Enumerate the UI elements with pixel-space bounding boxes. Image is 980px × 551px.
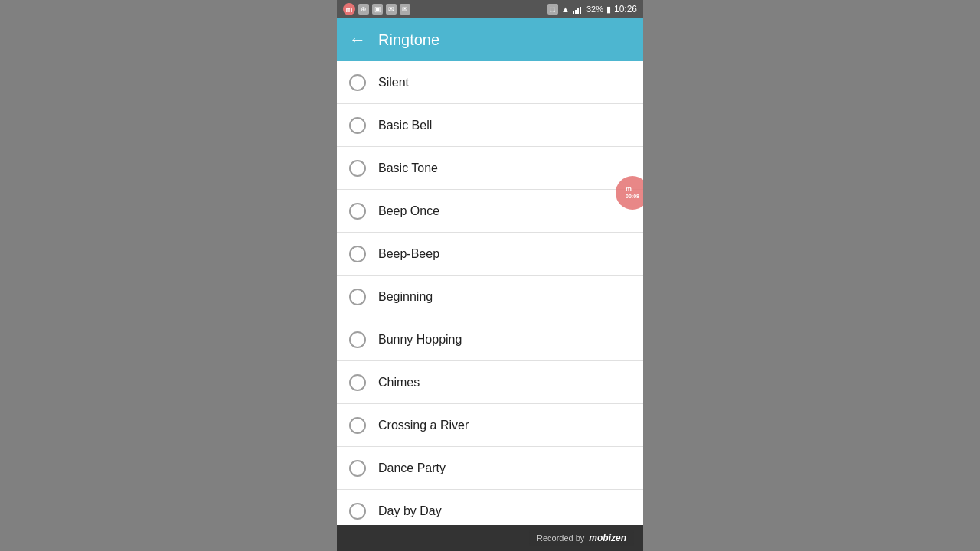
recorded-badge: Recorded by mobizen	[529, 530, 634, 546]
ringtone-label-beep-once: Beep Once	[378, 204, 439, 218]
ringtone-label-beep-beep: Beep-Beep	[378, 247, 439, 261]
list-item[interactable]: Basic Bell	[337, 104, 643, 147]
battery-text: 32%	[586, 5, 603, 14]
list-item[interactable]: Chimes	[337, 361, 643, 404]
ringtone-label-day-by-day: Day by Day	[378, 504, 442, 518]
cast-icon: ⬚	[547, 4, 558, 15]
list-item[interactable]: Bunny Hopping	[337, 318, 643, 361]
mobizen-brand-label: mobizen	[589, 533, 626, 543]
ringtone-label-basic-bell: Basic Bell	[378, 119, 432, 132]
radio-dance-party[interactable]	[349, 460, 366, 477]
radio-chimes[interactable]	[349, 374, 366, 391]
radio-beep-beep[interactable]	[349, 246, 366, 262]
list-item[interactable]: Dance Party	[337, 447, 643, 490]
ringtone-label-silent: Silent	[378, 76, 409, 90]
radio-silent[interactable]	[349, 74, 366, 91]
radio-bunny-hopping[interactable]	[349, 331, 366, 348]
back-button[interactable]: ←	[349, 30, 366, 50]
signal-bars	[573, 5, 583, 14]
list-item[interactable]: Day by Day	[337, 490, 643, 525]
radio-crossing-a-river[interactable]	[349, 417, 366, 434]
radio-day-by-day[interactable]	[349, 503, 366, 520]
battery-icon: ▮	[606, 5, 611, 15]
clock: 10:26	[614, 4, 637, 15]
ringtone-label-beginning: Beginning	[378, 290, 433, 304]
list-item[interactable]: Basic Tone	[337, 147, 643, 190]
page-title: Ringtone	[378, 31, 439, 49]
notification-icon-1: ⊕	[358, 4, 369, 15]
notification-icon-3: ✉	[386, 4, 397, 15]
status-bar: m ⊕ ▣ ✉ ✉ ⬚ ▲ 32% ▮ 10:26	[337, 0, 643, 18]
mobizen-overlay-button[interactable]: m00:08	[616, 176, 643, 210]
list-item[interactable]: Crossing a River	[337, 404, 643, 447]
status-bar-right-icons: ⬚ ▲ 32% ▮ 10:26	[547, 4, 637, 15]
ringtone-label-basic-tone: Basic Tone	[378, 161, 438, 175]
list-item[interactable]: Silent	[337, 61, 643, 104]
recorded-by-label: Recorded by	[537, 533, 584, 543]
wifi-icon: ▲	[561, 5, 570, 14]
radio-beginning[interactable]	[349, 289, 366, 305]
phone-screen: m ⊕ ▣ ✉ ✉ ⬚ ▲ 32% ▮ 10:26 ← Ringtone	[337, 0, 643, 551]
ringtone-list: m00:08 Silent Basic Bell Basic Tone Beep…	[337, 61, 643, 525]
ringtone-label-chimes: Chimes	[378, 376, 420, 390]
list-item[interactable]: Beep-Beep	[337, 233, 643, 276]
mobizen-status-icon: m	[343, 3, 355, 15]
list-item[interactable]: Beep Once	[337, 190, 643, 233]
radio-beep-once[interactable]	[349, 203, 366, 220]
app-bar: ← Ringtone	[337, 18, 643, 61]
bottom-bar: Recorded by mobizen	[337, 525, 643, 551]
notification-icon-2: ▣	[372, 4, 383, 15]
notification-icon-4: ✉	[400, 4, 410, 15]
status-bar-left-icons: m ⊕ ▣ ✉ ✉	[343, 3, 410, 15]
mobizen-overlay-label: m00:08	[626, 186, 639, 200]
ringtone-label-crossing-a-river: Crossing a River	[378, 419, 469, 432]
radio-basic-bell[interactable]	[349, 117, 366, 134]
radio-basic-tone[interactable]	[349, 160, 366, 177]
list-item[interactable]: Beginning	[337, 276, 643, 318]
ringtone-label-bunny-hopping: Bunny Hopping	[378, 333, 462, 347]
ringtone-label-dance-party: Dance Party	[378, 461, 446, 475]
